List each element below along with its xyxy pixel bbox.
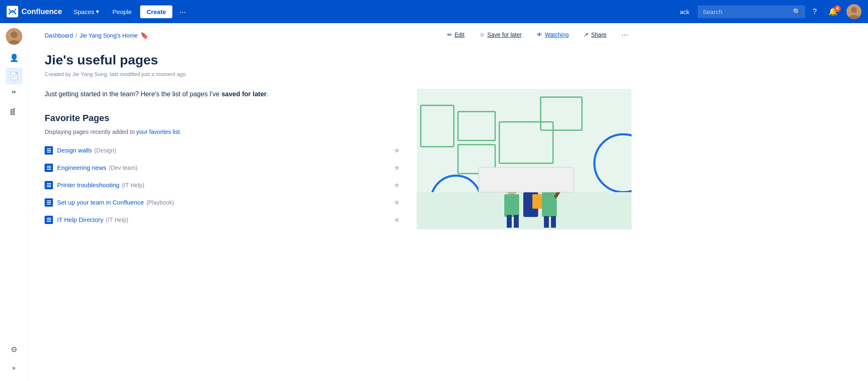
star-icon[interactable]: ★ bbox=[393, 181, 400, 190]
breadcrumb-separator: / bbox=[76, 32, 77, 39]
edit-button[interactable]: ✏ Edit bbox=[444, 30, 468, 40]
section-title: Favorite Pages bbox=[45, 113, 400, 124]
left-sidebar: 👤 📄 " ⚙ bbox=[0, 23, 28, 246]
help-button[interactable]: ? bbox=[808, 5, 821, 19]
page-space: (IT Help) bbox=[106, 217, 128, 223]
page-actions: ✏ Edit ☆ Save for later 👁 Watching ↗ Sha… bbox=[444, 28, 632, 41]
help-icon: ? bbox=[813, 7, 817, 16]
sidebar-item-pages[interactable]: 📄 bbox=[6, 68, 22, 84]
sidebar-item-tree[interactable] bbox=[6, 104, 22, 121]
sidebar-item-profile[interactable]: 👤 bbox=[6, 50, 22, 66]
page-icon bbox=[45, 198, 53, 207]
user-avatar[interactable] bbox=[847, 4, 861, 19]
spaces-button[interactable]: Spaces ▾ bbox=[69, 5, 104, 18]
page-space: (Design) bbox=[94, 147, 116, 154]
star-icon[interactable]: ★ bbox=[393, 198, 400, 207]
section-subtitle: Displaying pages recently added to your … bbox=[45, 129, 400, 135]
page-link[interactable]: Set up your team in Confluence bbox=[57, 199, 144, 206]
page-title: Jie's useful pages bbox=[45, 52, 632, 68]
svg-rect-36 bbox=[551, 216, 556, 228]
save-for-later-button[interactable]: ☆ Save for later bbox=[476, 30, 525, 40]
quote-icon: " bbox=[12, 89, 16, 100]
star-icon: ☆ bbox=[479, 31, 485, 38]
more-button[interactable]: ··· bbox=[176, 5, 189, 19]
sidebar-avatar[interactable] bbox=[6, 28, 22, 45]
page-icon bbox=[45, 181, 53, 189]
search-wrapper: 🔍 bbox=[698, 5, 805, 18]
list-item: Set up your team in Confluence (Playbook… bbox=[45, 194, 400, 211]
svg-point-5 bbox=[11, 31, 17, 38]
search-input[interactable] bbox=[698, 5, 805, 18]
svg-point-11 bbox=[10, 109, 12, 111]
page-icon bbox=[45, 216, 53, 224]
confluence-logo[interactable]: Confluence bbox=[7, 6, 62, 17]
svg-rect-31 bbox=[514, 216, 519, 228]
intro-text: Just getting started in the team? Here's… bbox=[45, 89, 400, 100]
page-link[interactable]: IT Help Directory bbox=[57, 216, 103, 223]
list-item: Engineering news (Dev team) ★ bbox=[45, 159, 400, 176]
page-space: (Dev team) bbox=[109, 164, 137, 171]
star-icon[interactable]: ★ bbox=[393, 146, 400, 155]
illustration-panel bbox=[417, 89, 632, 229]
edit-icon: ✏ bbox=[447, 31, 452, 38]
top-navigation: Confluence Spaces ▾ People Create ··· ac… bbox=[0, 0, 868, 23]
logo-text: Confluence bbox=[21, 7, 62, 16]
star-icon[interactable]: ★ bbox=[393, 215, 400, 224]
people-button[interactable]: People bbox=[107, 6, 137, 18]
svg-point-2 bbox=[851, 7, 857, 13]
page-icon bbox=[45, 164, 53, 172]
page-link[interactable]: Printer troubleshooting bbox=[57, 181, 119, 188]
notifications-button[interactable]: 🔔 4 bbox=[824, 5, 842, 19]
svg-point-12 bbox=[10, 111, 12, 113]
list-item: Printer troubleshooting (IT Help) ★ bbox=[45, 176, 400, 194]
illustration bbox=[417, 89, 632, 229]
notification-badge: 4 bbox=[834, 5, 841, 12]
chevron-down-icon: ▾ bbox=[96, 8, 99, 15]
favorites-link[interactable]: your favorites list bbox=[136, 129, 180, 135]
svg-rect-0 bbox=[7, 6, 18, 17]
more-actions-button[interactable]: ··· bbox=[618, 28, 632, 41]
breadcrumb: Dashboard / Jie Yang Song's Home 🔖 bbox=[45, 31, 148, 39]
sidebar-item-quote[interactable]: " bbox=[6, 86, 22, 102]
create-button[interactable]: Create bbox=[140, 5, 173, 18]
breadcrumb-current[interactable]: Jie Yang Song's Home bbox=[79, 32, 138, 39]
bookmark-icon[interactable]: 🔖 bbox=[140, 31, 148, 39]
svg-rect-10 bbox=[12, 114, 14, 114]
svg-rect-24 bbox=[504, 194, 519, 217]
list-item: IT Help Directory (IT Help) ★ bbox=[45, 211, 400, 229]
breadcrumb-dashboard[interactable]: Dashboard bbox=[45, 32, 73, 39]
svg-rect-29 bbox=[532, 194, 543, 209]
page-icon bbox=[45, 146, 53, 155]
share-icon: ↗ bbox=[584, 31, 589, 38]
page-space: (Playbook) bbox=[146, 199, 174, 206]
back-label: ack bbox=[675, 6, 694, 18]
page-space: (IT Help) bbox=[122, 182, 144, 188]
list-item: Design walls (Design) ★ bbox=[45, 142, 400, 159]
tree-icon bbox=[10, 107, 18, 118]
page-meta: Created by Jie Yang Song, last modified … bbox=[45, 71, 632, 77]
svg-rect-8 bbox=[12, 110, 14, 110]
eye-icon: 👁 bbox=[537, 31, 542, 38]
pages-icon: 📄 bbox=[10, 71, 19, 81]
person-icon: 👤 bbox=[10, 53, 19, 62]
svg-rect-9 bbox=[12, 112, 14, 112]
svg-point-13 bbox=[10, 113, 12, 115]
svg-rect-35 bbox=[544, 216, 549, 228]
main-content: Dashboard / Jie Yang Song's Home 🔖 ✏ Edi… bbox=[28, 23, 648, 246]
svg-rect-37 bbox=[479, 167, 574, 192]
star-icon[interactable]: ★ bbox=[393, 163, 400, 172]
watching-button[interactable]: 👁 Watching bbox=[533, 30, 572, 40]
svg-rect-30 bbox=[507, 216, 512, 228]
favorites-list: Design walls (Design) ★ Engineering news… bbox=[45, 142, 400, 229]
page-link[interactable]: Engineering news bbox=[57, 164, 106, 171]
share-button[interactable]: ↗ Share bbox=[580, 30, 610, 40]
page-link[interactable]: Design walls bbox=[57, 147, 92, 154]
